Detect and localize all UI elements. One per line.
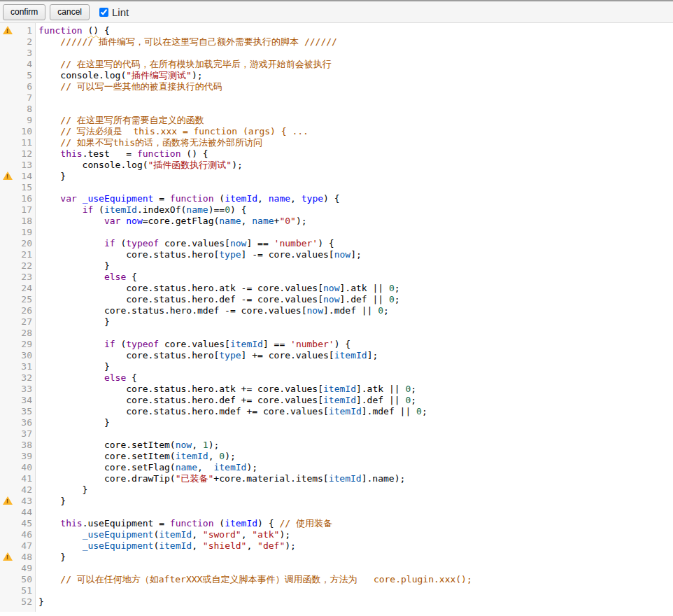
code-line[interactable]: 34 core.status.hero.def += core.values[i…	[0, 395, 673, 406]
code-line[interactable]: 37	[0, 428, 673, 440]
code-line[interactable]: 43 }	[0, 496, 673, 507]
gutter: 20	[0, 238, 36, 249]
line-number: 12	[21, 148, 32, 159]
code-line-text: function () {	[36, 25, 110, 36]
code-line-text: console.log("插件函数执行测试");	[36, 160, 243, 171]
code-line[interactable]: 9 // 在这里写所有需要自定义的函数	[0, 115, 673, 126]
code-line[interactable]: 35 core.status.hero.mdef += core.values[…	[0, 406, 673, 417]
code-line[interactable]: 20 if (typeof core.values[now] == 'numbe…	[0, 238, 673, 249]
gutter: 49	[0, 563, 36, 574]
gutter: 40	[0, 462, 36, 473]
code-line[interactable]: 24 core.status.hero.atk -= core.values[n…	[0, 283, 673, 294]
line-number: 16	[21, 193, 32, 204]
code-line[interactable]: 31 }	[0, 361, 673, 372]
code-line[interactable]: 30 core.status.hero[type] += core.values…	[0, 350, 673, 361]
code-line[interactable]: 48 }	[0, 552, 673, 563]
lint-checkbox[interactable]	[99, 8, 108, 17]
code-line[interactable]: 28	[0, 328, 673, 339]
code-line-text: if (typeof core.values[itemId] == 'numbe…	[36, 339, 350, 350]
code-line-text: _useEquipment(itemId, "shield", "def");	[36, 540, 296, 552]
code-line[interactable]: 3	[0, 48, 673, 59]
gutter: 51	[0, 585, 36, 596]
code-line[interactable]: 21 core.status.hero[type] -= core.values…	[0, 249, 673, 260]
code-line[interactable]: 32 else {	[0, 372, 673, 384]
code-line[interactable]: 2 ////// 插件编写，可以在这里写自己额外需要执行的脚本 //////	[0, 36, 673, 48]
code-line[interactable]: 15	[0, 182, 673, 193]
gutter: 35	[0, 406, 36, 417]
code-line[interactable]: 23 else {	[0, 272, 673, 283]
line-number: 42	[21, 484, 32, 495]
line-number: 33	[21, 384, 32, 394]
code-line[interactable]: 22 }	[0, 260, 673, 272]
code-line[interactable]: 46 _useEquipment(itemId, "sword", "atk")…	[0, 529, 673, 540]
code-line[interactable]: 16 var _useEquipment = function (itemId,…	[0, 193, 673, 204]
code-line[interactable]: 17 if (itemId.indexOf(name)==0) {	[0, 204, 673, 216]
code-line[interactable]: 5 console.log("插件编写测试");	[0, 70, 673, 81]
code-line[interactable]: 29 if (typeof core.values[itemId] == 'nu…	[0, 339, 673, 350]
code-line-text: ////// 插件编写，可以在这里写自己额外需要执行的脚本 //////	[36, 36, 337, 48]
code-line[interactable]: 18 var now=core.getFlag(name, name+"0");	[0, 216, 673, 227]
lint-warning-icon[interactable]	[3, 172, 13, 181]
code-line[interactable]: 19	[0, 227, 673, 238]
gutter: 16	[0, 193, 36, 204]
code-line[interactable]: 38 core.setItem(now, 1);	[0, 440, 673, 451]
code-line[interactable]: 1function () {	[0, 25, 673, 36]
code-line[interactable]: 33 core.status.hero.atk += core.values[i…	[0, 384, 673, 395]
code-line-text: core.status.hero.atk += core.values[item…	[36, 384, 416, 395]
code-line-text: }	[36, 316, 110, 328]
code-line-text: core.status.hero[type] -= core.values[no…	[36, 249, 362, 260]
code-line[interactable]: 7	[0, 92, 673, 104]
line-number: 39	[21, 451, 32, 461]
code-line-text: core.status.hero.mdef += core.values[ite…	[36, 406, 427, 417]
code-line[interactable]: 50 // 可以在任何地方（如afterXXX或自定义脚本事件）调用函数，方法为…	[0, 574, 673, 585]
code-line[interactable]: 13 console.log("插件函数执行测试");	[0, 160, 673, 171]
code-line[interactable]: 27 }	[0, 316, 673, 328]
gutter: 47	[0, 540, 36, 552]
lint-warning-icon[interactable]	[3, 496, 13, 505]
code-line[interactable]: 41 core.drawTip("已装备"+core.material.item…	[0, 473, 673, 484]
code-line[interactable]: 14 }	[0, 171, 673, 182]
gutter: 41	[0, 473, 36, 484]
code-line[interactable]: 25 core.status.hero.def -= core.values[n…	[0, 294, 673, 305]
code-line[interactable]: 45 this.useEquipment = function (itemId)…	[0, 518, 673, 529]
line-number: 52	[21, 596, 32, 607]
line-number: 48	[21, 552, 32, 562]
code-line[interactable]: 8	[0, 104, 673, 115]
code-line-text	[36, 428, 38, 440]
code-line[interactable]: 40 core.setFlag(name, itemId);	[0, 462, 673, 473]
code-line[interactable]: 10 // 写法必须是 this.xxx = function (args) {…	[0, 126, 673, 137]
code-line-text: // 可以在任何地方（如afterXXX或自定义脚本事件）调用函数，方法为 co…	[36, 574, 472, 585]
code-line[interactable]: 51	[0, 585, 673, 596]
line-number: 25	[21, 294, 32, 304]
plugin-editor-window: confirm cancel Lint 1function () {2 ////…	[0, 0, 673, 612]
code-line[interactable]: 11 // 如果不写this的话，函数将无法被外部所访问	[0, 137, 673, 148]
line-number: 51	[21, 585, 32, 596]
gutter: 25	[0, 294, 36, 305]
confirm-button[interactable]: confirm	[3, 4, 45, 20]
code-line[interactable]: 12 this.test = function () {	[0, 148, 673, 160]
code-line[interactable]: 44	[0, 507, 673, 518]
code-line[interactable]: 36 }	[0, 417, 673, 428]
gutter: 45	[0, 518, 36, 529]
gutter: 26	[0, 305, 36, 316]
code-line[interactable]: 6 // 可以写一些其他的被直接执行的代码	[0, 81, 673, 92]
cancel-button[interactable]: cancel	[50, 4, 90, 20]
lint-toggle[interactable]: Lint	[99, 6, 129, 18]
code-line-text: }	[36, 417, 110, 428]
gutter: 3	[0, 48, 36, 59]
line-number: 26	[21, 305, 32, 316]
code-line[interactable]: 52}	[0, 596, 673, 608]
code-line[interactable]: 42 }	[0, 484, 673, 496]
code-line-text: }	[36, 596, 44, 608]
lint-warning-icon[interactable]	[3, 552, 13, 561]
code-line[interactable]: 39 core.setItem(itemId, 0);	[0, 451, 673, 462]
code-line[interactable]: 49	[0, 563, 673, 574]
line-number: 19	[21, 227, 32, 237]
code-editor[interactable]: 1function () {2 ////// 插件编写，可以在这里写自己额外需要…	[0, 23, 673, 612]
code-line[interactable]: 47 _useEquipment(itemId, "shield", "def"…	[0, 540, 673, 552]
code-line[interactable]: 4 // 在这里写的代码，在所有模块加载完毕后，游戏开始前会被执行	[0, 59, 673, 70]
lint-warning-icon[interactable]	[3, 26, 13, 35]
code-line-text: var now=core.getFlag(name, name+"0");	[36, 216, 307, 227]
line-number: 20	[21, 238, 32, 248]
code-line[interactable]: 26 core.status.hero.mdef -= core.values[…	[0, 305, 673, 316]
